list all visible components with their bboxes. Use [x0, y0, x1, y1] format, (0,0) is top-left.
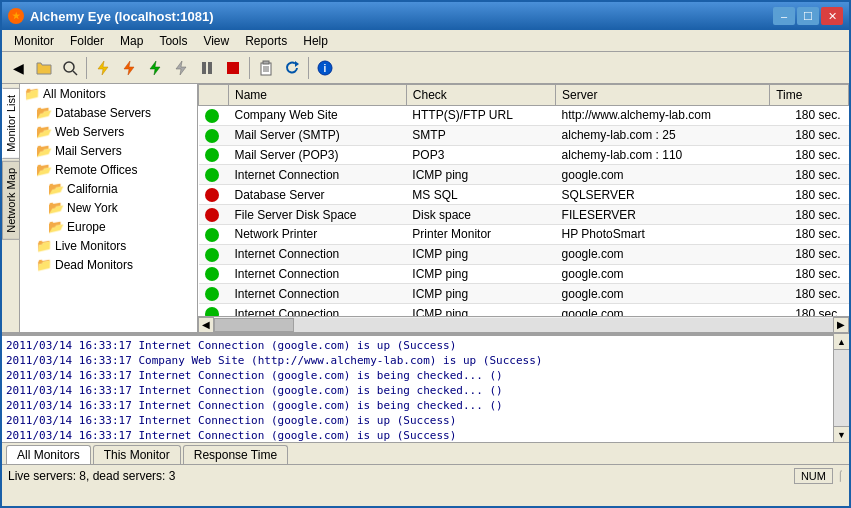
folder-icon: 📂 — [36, 143, 52, 158]
close-button[interactable]: ✕ — [821, 7, 843, 25]
tb-lightning4[interactable] — [169, 56, 193, 80]
svg-line-1 — [73, 71, 77, 75]
tree-remote-offices[interactable]: 📂 Remote Offices — [20, 160, 197, 179]
col-time[interactable]: Time — [770, 85, 849, 106]
tree-all-monitors[interactable]: 📁 All Monitors — [20, 84, 197, 103]
cell-time: 180 sec. — [770, 185, 849, 205]
col-name[interactable]: Name — [229, 85, 407, 106]
resize-grip: ⌠ — [837, 470, 843, 481]
cell-name: Internet Connection — [229, 264, 407, 284]
cell-check: SMTP — [406, 125, 555, 145]
log-scroll-up[interactable]: ▲ — [834, 334, 849, 350]
scroll-left[interactable]: ◀ — [198, 317, 214, 333]
tb-folder[interactable] — [32, 56, 56, 80]
log-panel: 2011/03/14 16:33:17 Internet Connection … — [2, 334, 833, 442]
status-cell — [199, 244, 229, 264]
cell-time: 180 sec. — [770, 205, 849, 225]
col-server[interactable]: Server — [556, 85, 770, 106]
tb-back[interactable]: ◀ — [6, 56, 30, 80]
table-row[interactable]: Mail Server (POP3)POP3alchemy-lab.com : … — [199, 145, 849, 165]
cell-name: Database Server — [229, 185, 407, 205]
cell-server: HP PhotoSmart — [556, 224, 770, 244]
cell-time: 180 sec. — [770, 165, 849, 185]
col-check[interactable]: Check — [406, 85, 555, 106]
tb-lightning2[interactable] — [117, 56, 141, 80]
toolbar: ◀ i — [2, 52, 849, 84]
menu-map[interactable]: Map — [112, 32, 151, 50]
table-row[interactable]: Internet ConnectionICMP pinggoogle.com18… — [199, 304, 849, 316]
app-icon: ★ — [8, 8, 24, 24]
folder-icon: 📂 — [48, 200, 64, 215]
scroll-right[interactable]: ▶ — [833, 317, 849, 333]
tree-live-monitors[interactable]: 📁 Live Monitors — [20, 236, 197, 255]
tree-europe[interactable]: 📂 Europe — [20, 217, 197, 236]
cell-check: Printer Monitor — [406, 224, 555, 244]
minimize-button[interactable]: – — [773, 7, 795, 25]
tb-lightning3[interactable] — [143, 56, 167, 80]
table-row[interactable]: Internet ConnectionICMP pinggoogle.com18… — [199, 264, 849, 284]
table-row[interactable]: Network PrinterPrinter MonitorHP PhotoSm… — [199, 224, 849, 244]
tb-pause[interactable] — [195, 56, 219, 80]
maximize-button[interactable]: ☐ — [797, 7, 819, 25]
cell-check: POP3 — [406, 145, 555, 165]
cell-server: google.com — [556, 244, 770, 264]
col-status — [199, 85, 229, 106]
tb-search[interactable] — [58, 56, 82, 80]
tree-node-label: Web Servers — [55, 125, 124, 139]
status-cell — [199, 165, 229, 185]
tb-info[interactable]: i — [313, 56, 337, 80]
tb-refresh[interactable] — [280, 56, 304, 80]
cell-check: ICMP ping — [406, 165, 555, 185]
tree-node-label: All Monitors — [43, 87, 106, 101]
tab-network-map[interactable]: Network Map — [2, 161, 20, 240]
svg-marker-4 — [150, 61, 160, 75]
tree-node-label: Europe — [67, 220, 106, 234]
menu-folder[interactable]: Folder — [62, 32, 112, 50]
tab-monitor-list[interactable]: Monitor List — [2, 88, 20, 159]
status-error-icon — [205, 188, 219, 202]
svg-rect-10 — [263, 61, 269, 64]
log-scroll-down[interactable]: ▼ — [834, 426, 849, 442]
menu-monitor[interactable]: Monitor — [6, 32, 62, 50]
tb-stop[interactable] — [221, 56, 245, 80]
menu-reports[interactable]: Reports — [237, 32, 295, 50]
tree-dead-monitors[interactable]: 📁 Dead Monitors — [20, 255, 197, 274]
tree-web-servers[interactable]: 📂 Web Servers — [20, 122, 197, 141]
tree-node-label: Dead Monitors — [55, 258, 133, 272]
menu-tools[interactable]: Tools — [151, 32, 195, 50]
status-cell — [199, 224, 229, 244]
data-table[interactable]: Name Check Server Time Company Web SiteH… — [198, 84, 849, 316]
cell-time: 180 sec. — [770, 284, 849, 304]
scroll-thumb[interactable] — [214, 318, 294, 332]
tree-database-servers[interactable]: 📂 Database Servers — [20, 103, 197, 122]
tree-new-york[interactable]: 📂 New York — [20, 198, 197, 217]
table-row[interactable]: Internet ConnectionICMP pinggoogle.com18… — [199, 244, 849, 264]
status-cell — [199, 125, 229, 145]
cell-name: Network Printer — [229, 224, 407, 244]
menu-view[interactable]: View — [195, 32, 237, 50]
table-row[interactable]: Database ServerMS SQLSQLSERVER180 sec. — [199, 185, 849, 205]
cell-name: Mail Server (POP3) — [229, 145, 407, 165]
tree-california[interactable]: 📂 California — [20, 179, 197, 198]
table-row[interactable]: Internet ConnectionICMP pinggoogle.com18… — [199, 284, 849, 304]
table-row[interactable]: Mail Server (SMTP)SMTPalchemy-lab.com : … — [199, 125, 849, 145]
folder-icon: 📂 — [48, 219, 64, 234]
menu-help[interactable]: Help — [295, 32, 336, 50]
tb-lightning1[interactable] — [91, 56, 115, 80]
scroll-track[interactable] — [214, 318, 833, 332]
tb-clipboard[interactable] — [254, 56, 278, 80]
monitors-table: Name Check Server Time Company Web SiteH… — [198, 84, 849, 316]
cell-name: Internet Connection — [229, 284, 407, 304]
table-row[interactable]: Internet ConnectionICMP pinggoogle.com18… — [199, 165, 849, 185]
tab-this-monitor[interactable]: This Monitor — [93, 445, 181, 464]
cell-time: 180 sec. — [770, 264, 849, 284]
tree-mail-servers[interactable]: 📂 Mail Servers — [20, 141, 197, 160]
tree-node-label: Live Monitors — [55, 239, 126, 253]
main-area: Monitor List Network Map 📁 All Monitors … — [2, 84, 849, 332]
table-scrollbar[interactable]: ◀ ▶ — [198, 316, 849, 332]
table-row[interactable]: File Server Disk SpaceDisk spaceFILESERV… — [199, 205, 849, 225]
status-error-icon — [205, 208, 219, 222]
table-row[interactable]: Company Web SiteHTTP(S)/FTP URLhttp://ww… — [199, 106, 849, 126]
tab-all-monitors[interactable]: All Monitors — [6, 445, 91, 464]
tab-response-time[interactable]: Response Time — [183, 445, 288, 464]
